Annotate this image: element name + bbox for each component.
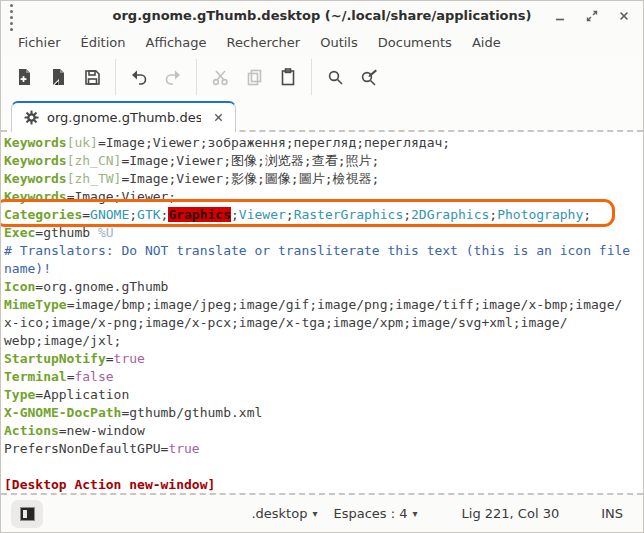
restore-button[interactable] [581, 5, 603, 27]
editor-line: Keywords=Image;Viewer; [4, 188, 643, 206]
menu-edition[interactable]: Édition [72, 33, 135, 52]
menu-documents[interactable]: Documents [369, 33, 461, 52]
cursor-position: Lig 221, Col 30 [454, 502, 568, 525]
paste-icon [280, 68, 296, 86]
gedit-window: org.gnome.gThumb.desktop (~/.local/share… [0, 0, 644, 533]
gear-icon [24, 110, 39, 125]
minimize-button[interactable] [549, 5, 571, 27]
tab-close-button[interactable] [209, 109, 227, 127]
search-and-replace-button[interactable] [353, 61, 385, 93]
editor-line [4, 458, 643, 476]
drag-handle-dots-icon [10, 4, 13, 31]
close-icon [618, 10, 630, 22]
toolbar-separator [115, 59, 116, 95]
chevron-down-icon: ▾ [312, 508, 317, 519]
search-and-replace-icon [360, 69, 378, 86]
editor-area[interactable]: Keywords[uk]=Image;Viewer;зображення;пер… [1, 132, 643, 493]
toolbar-separator [311, 59, 312, 95]
editor-line: Icon=org.gnome.gThumb [4, 278, 643, 296]
save-icon [84, 69, 101, 86]
undo-button[interactable] [123, 61, 155, 93]
close-button[interactable] [613, 5, 635, 27]
open-document-icon [50, 68, 67, 86]
editor-content: Keywords[uk]=Image;Viewer;зображення;пер… [4, 134, 643, 493]
tab-org-gnome-gthumb-desktop[interactable]: org.gnome.gThumb.desktop [11, 101, 236, 132]
chevron-down-icon: ▾ [413, 508, 418, 519]
restore-icon [586, 10, 598, 22]
editor-line: StartupNotify=true [4, 350, 643, 368]
menu-rechercher[interactable]: Rechercher [218, 33, 310, 52]
new-document-button[interactable] [8, 61, 40, 93]
editor-line: name)! [4, 260, 643, 278]
save-button[interactable] [76, 61, 108, 93]
editor-line: Terminal=false [4, 368, 643, 386]
menubar: Fichier Édition Affichage Rechercher Out… [1, 30, 643, 55]
paste-button[interactable] [272, 61, 304, 93]
editor-line: Categories=GNOME;GTK;Graphics;Viewer;Ras… [4, 206, 643, 224]
search-button[interactable] [319, 61, 351, 93]
editor-line: webp;image/jxl; [4, 332, 643, 350]
editor-line: Exec=gthumb %U [4, 224, 643, 242]
editor-line: x-ico;image/x-png;image/x-pcx;image/x-tg… [4, 314, 643, 332]
menu-affichage[interactable]: Affichage [136, 33, 215, 52]
insert-mode-indicator: INS [593, 502, 631, 525]
editor-line: X-GNOME-DocPath=gthumb/gthumb.xml [4, 404, 643, 422]
search-icon [327, 69, 344, 86]
side-panel-icon [20, 507, 35, 521]
editor-line: # Translators: Do NOT translate or trans… [4, 242, 643, 260]
redo-button [157, 61, 189, 93]
editor-line: PrefersNonDefaultGPU=true [4, 440, 643, 458]
editor-line: Keywords[zh_CN]=Image;Viewer;图像;浏览器;查看;照… [4, 152, 643, 170]
minimize-icon [554, 10, 566, 22]
menu-outils[interactable]: Outils [311, 33, 367, 52]
menu-fichier[interactable]: Fichier [9, 33, 70, 52]
editor-line: Keywords[uk]=Image;Viewer;зображення;пер… [4, 134, 643, 152]
side-panel-toggle-button[interactable] [11, 500, 43, 528]
editor-line: Keywords[zh_TW]=Image;Viewer;影像;圖像;圖片;檢視… [4, 170, 643, 188]
close-icon [213, 112, 224, 123]
tab-label: org.gnome.gThumb.desktop [47, 110, 201, 125]
cut-icon [212, 69, 229, 86]
editor-line: Type=Application [4, 386, 643, 404]
titlebar[interactable]: org.gnome.gThumb.desktop (~/.local/share… [1, 1, 643, 30]
copy-button [238, 61, 270, 93]
open-document-button[interactable] [42, 61, 74, 93]
statusbar: .desktop▾ Espaces : 4▾ Lig 221, Col 30 I… [1, 493, 643, 532]
cut-button [204, 61, 236, 93]
indent-dropdown[interactable]: Espaces : 4▾ [325, 502, 425, 525]
window-title: org.gnome.gThumb.desktop (~/.local/share… [1, 8, 643, 23]
undo-icon [130, 69, 148, 85]
copy-icon [246, 69, 263, 86]
toolbar [1, 55, 643, 99]
redo-icon [164, 69, 182, 85]
tabbar: org.gnome.gThumb.desktop [1, 99, 643, 132]
filetype-dropdown[interactable]: .desktop▾ [243, 502, 325, 525]
editor-line: [Desktop Action new-window] [4, 476, 643, 493]
new-document-icon [16, 68, 33, 86]
editor-line: MimeType=image/bmp;image/jpeg;image/gif;… [4, 296, 643, 314]
editor-line: Actions=new-window [4, 422, 643, 440]
menu-aide[interactable]: Aide [463, 33, 510, 52]
toolbar-separator [196, 59, 197, 95]
